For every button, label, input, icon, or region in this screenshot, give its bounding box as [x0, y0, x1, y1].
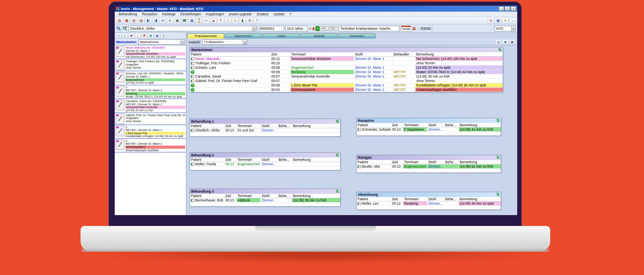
- waiting-patient-item[interactable]: Schulze, Lars (Nr: 00000051 / Modellnr: …: [115, 71, 186, 85]
- waiting-patient-item[interactable]: 3MEYER / Zimmer Dr. Meier 2BeratungMutte…: [115, 85, 186, 99]
- table-row[interactable]: Schulze, Lars00:09BogenwechselZimmer Dr.…: [190, 66, 503, 70]
- menu-kopplungen[interactable]: Kopplungen: [203, 12, 226, 16]
- page-icon[interactable]: ▤: [495, 39, 502, 45]
- invoice-euro-icon[interactable]: €: [167, 18, 173, 24]
- letter-icon[interactable]: ✉: [159, 18, 166, 24]
- bema-icon[interactable]: ▦: [412, 26, 416, 31]
- treatment-plan-icon[interactable]: ▧: [138, 18, 144, 24]
- status-box-a[interactable]: [326, 27, 328, 31]
- maximize-button[interactable]: □: [505, 6, 510, 11]
- refresh-icon[interactable]: ↻: [161, 33, 167, 38]
- menu-zusaetze[interactable]: Zusätze: [254, 12, 271, 16]
- table-row[interactable]: ?00:08BeratungZimmer Dr. Meier 2MEYERMut…: [190, 70, 503, 74]
- world-icon[interactable]: ◉: [148, 33, 154, 38]
- advanced-search-icon[interactable]: [122, 26, 127, 31]
- day-view-icon[interactable]: ☼: [135, 33, 141, 38]
- help-icon[interactable]: ?: [254, 18, 260, 24]
- patient-record-icon[interactable]: ▤: [116, 18, 123, 24]
- table-icon[interactable]: ▦: [495, 18, 502, 24]
- close-button[interactable]: ×: [511, 6, 516, 11]
- menu-hilfe[interactable]: ?: [287, 12, 294, 16]
- scissors-icon[interactable]: ✂: [203, 18, 210, 24]
- waiting-patient-item[interactable]: 3MEYER / Zimmer Dr. Meier 2Schmerzpatien…: [115, 139, 186, 152]
- statistics-icon[interactable]: ▮: [239, 18, 246, 24]
- tab-nachrichten[interactable]: Nachrichten: [225, 33, 262, 39]
- calendar-icon[interactable]: ▦: [188, 18, 195, 24]
- waiting-patient-item[interactable]: Gábriel, Prof. Dr. Florian Peter Peer Gr…: [115, 113, 186, 125]
- menu-behandlung[interactable]: Behandlung: [116, 12, 139, 16]
- table-row[interactable]: Carradine, David00:07herausnehmbar Kontr…: [190, 74, 503, 79]
- menu-praxis-upgrade[interactable]: praxis-upgrade: [227, 12, 254, 16]
- table-row[interactable]: Neuer, Manuela00:12herausnehmbar einsetz…: [190, 57, 503, 61]
- view-combobox[interactable]: TV-Bildschirm ▼: [202, 39, 247, 45]
- findings-icon[interactable]: ▥: [130, 18, 137, 24]
- waiting-patient-item[interactable]: Neuer, Manuela (Nr: 00000067)Zimmer Dr. …: [115, 45, 186, 59]
- quarter-globe-icon[interactable]: ◔: [417, 26, 419, 31]
- network-icon[interactable]: N: [487, 18, 494, 24]
- table-row[interactable]: Beckenhauer, Bob00:13AbdruckZimmer...(14…: [190, 198, 340, 203]
- menu-update[interactable]: Update: [271, 12, 287, 16]
- patient-age-field[interactable]: 10.0 Jahre: [285, 26, 308, 31]
- table-row[interactable]: Gábriel, Prof. Dr. Florian Peter Peer Gr…: [190, 79, 503, 83]
- filter-sort-icon[interactable]: ⇅: [496, 156, 500, 160]
- dental-chart-icon[interactable]: ▦: [123, 18, 130, 24]
- minimize-button[interactable]: –: [499, 6, 504, 11]
- table-row[interactable]: ?00:06L Eins Neuer Pat.Zimmer Dr. Meier …: [190, 83, 503, 88]
- table-row[interactable]: Müller, Frieda00:13BogenwechselZimmer...: [190, 162, 340, 166]
- dropdown-arrow-icon[interactable]: ▼: [252, 26, 256, 31]
- tab-listen[interactable]: Listen: [263, 33, 300, 39]
- filter-sort-icon[interactable]: ⇅: [336, 153, 339, 157]
- print-view-icon[interactable]: ▣: [509, 39, 515, 45]
- waiting-patient-item[interactable]: 3MEYER / Zimmer Dr. Meier 2L Eins Neuer …: [115, 125, 186, 139]
- kasse-badge[interactable]: KASSE: [401, 26, 411, 31]
- emergency-icon[interactable]: ✚: [141, 33, 147, 38]
- tab-einrichten[interactable]: Einrichten: [339, 33, 376, 39]
- warning-icon[interactable]: ⚠: [225, 18, 231, 24]
- lightning-icon[interactable]: ↯: [232, 18, 239, 24]
- table-row[interactable]: Schneider, Sebastian00:13F SeparierenZim…: [357, 127, 501, 132]
- search-icon[interactable]: [116, 26, 121, 31]
- counter-5[interactable]: 5: [330, 26, 334, 31]
- table-row[interactable]: ?00:04SchmerzpatientZimmer Dr. Meier 2ME…: [190, 88, 503, 92]
- filter-sort-icon[interactable]: ⇅: [336, 189, 339, 193]
- settings-icon[interactable]: ⚙: [246, 18, 253, 24]
- timer-icon[interactable]: ⌛: [196, 18, 202, 24]
- mandant-combobox[interactable]: KFO ▼: [495, 26, 516, 31]
- patient-number-field[interactable]: 00000001: [258, 26, 284, 31]
- table-row[interactable]: Glücklich, Ulrike00:1301 und Zst.Zimmer.…: [190, 128, 340, 133]
- counter-4[interactable]: 4: [321, 26, 325, 31]
- dropdown-arrow-icon[interactable]: ▼: [243, 40, 247, 44]
- note-status-icon[interactable]: ▮: [312, 26, 314, 31]
- patient-icon[interactable]: ☺: [116, 33, 122, 38]
- filter-sort-icon[interactable]: ⇅: [496, 193, 500, 197]
- patients-icon[interactable]: ☻: [502, 39, 508, 45]
- filter-sort-icon[interactable]: ⇅: [496, 119, 500, 123]
- status-box-b[interactable]: [335, 27, 337, 31]
- table-row[interactable]: Müller, Leo00:12BeratungZimmer...(14:40)…: [357, 201, 501, 206]
- model-icon[interactable]: ◧: [145, 18, 152, 24]
- menu-rezeption[interactable]: Rezeption: [139, 12, 159, 16]
- tab-praxisuebersicht[interactable]: Praxisübersicht: [187, 33, 224, 39]
- exit-icon[interactable]: →: [509, 18, 516, 24]
- waiting-patient-item[interactable]: Trollinger, Fritz Freiherr (Nr: 00000066…: [115, 59, 186, 71]
- dropdown-arrow-icon[interactable]: ▼: [511, 26, 515, 31]
- filter-sort-icon[interactable]: ⇅: [336, 119, 339, 123]
- dropdown-arrow-icon[interactable]: ▼: [180, 40, 184, 44]
- tab-statistik[interactable]: Statistik: [301, 33, 338, 39]
- filter-sort-icon[interactable]: ⇅: [498, 48, 502, 52]
- table-row[interactable]: Beutlin, Mia00:13BogenwechselZimmer...(1…: [357, 164, 501, 169]
- family-icon[interactable]: ☺: [122, 33, 128, 38]
- key-icon[interactable]: ✦: [502, 18, 509, 24]
- grid-icon[interactable]: ▦: [154, 33, 160, 38]
- phone-icon[interactable]: ☎: [181, 18, 188, 24]
- archive-icon[interactable]: ◨: [152, 18, 159, 24]
- menu-kataloge[interactable]: Kataloge: [160, 12, 178, 16]
- pencil-icon[interactable]: ✎: [217, 18, 224, 24]
- waiting-room-combobox[interactable]: Wartezimmer ▼: [138, 39, 185, 45]
- menu-einstellungen[interactable]: Einstellungen: [178, 12, 203, 16]
- recall-counter[interactable]: 1: [316, 26, 320, 31]
- patient-search-combobox[interactable]: Glücklich, Ulrike ▼: [128, 26, 256, 31]
- table-row[interactable]: Trollinger, Fritz Freiherr00:10ohne Term…: [190, 61, 503, 66]
- staff-icon[interactable]: ☻: [128, 33, 134, 38]
- printer-icon[interactable]: ▣: [174, 18, 181, 24]
